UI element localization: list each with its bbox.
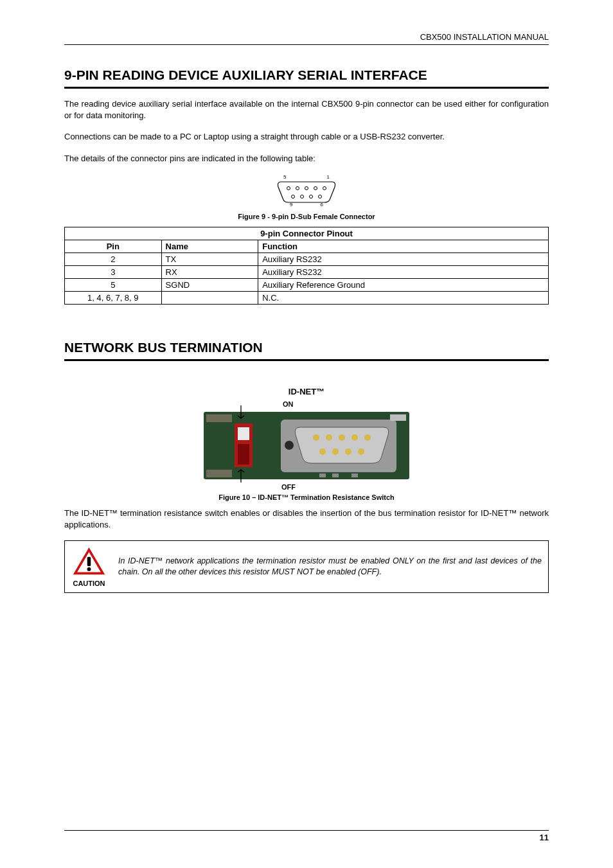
caution-text: In ID-NET™ network applications the term… (118, 556, 542, 578)
on-label: ON (283, 400, 294, 408)
svg-rect-26 (390, 414, 406, 421)
svg-point-8 (319, 195, 322, 199)
svg-point-4 (323, 187, 326, 190)
svg-point-17 (326, 434, 332, 441)
svg-point-18 (339, 434, 345, 441)
section-1-para-1: The reading device auxiliary serial inte… (64, 98, 549, 121)
section-1-title: 9-PIN READING DEVICE AUXILIARY SERIAL IN… (64, 67, 549, 89)
svg-rect-28 (332, 474, 339, 477)
table-row: 5 SGND Auxiliary Reference Ground (65, 279, 549, 292)
svg-point-22 (332, 448, 339, 455)
termination-switch-figure: ON (64, 400, 549, 490)
svg-point-2 (305, 187, 308, 190)
page-number: 11 (64, 830, 549, 842)
section-1-para-3: The details of the connector pins are in… (64, 153, 549, 164)
svg-point-31 (87, 567, 91, 571)
table-col-pin: Pin (65, 240, 162, 253)
dsub-connector-figure: 5 1 9 6 (64, 174, 549, 209)
table-col-name: Name (161, 240, 258, 253)
section-1-para-2: Connections can be made to a PC or Lapto… (64, 131, 549, 143)
svg-point-16 (313, 434, 319, 441)
svg-point-3 (314, 187, 317, 190)
off-label: OFF (281, 483, 296, 491)
svg-point-5 (292, 195, 295, 199)
svg-point-19 (351, 434, 358, 441)
svg-point-20 (364, 434, 371, 441)
table-title: 9-pin Connector Pinout (65, 227, 549, 240)
pcb-switch-icon (197, 400, 416, 487)
svg-point-21 (319, 448, 326, 455)
table-col-function: Function (258, 240, 549, 253)
svg-rect-10 (206, 414, 232, 422)
svg-rect-27 (319, 474, 326, 477)
svg-rect-14 (238, 444, 249, 465)
pin-label-1: 1 (327, 174, 330, 180)
caution-label: CAUTION (71, 580, 107, 587)
svg-rect-13 (238, 427, 249, 440)
table-row: 1, 4, 6, 7, 8, 9 N.C. (65, 292, 549, 305)
pin-label-9: 9 (290, 202, 292, 208)
document-header: CBX500 INSTALLATION MANUAL (64, 32, 549, 45)
pin-label-5: 5 (283, 174, 286, 180)
svg-rect-29 (351, 474, 358, 477)
svg-rect-11 (206, 470, 232, 477)
pin-label-6: 6 (321, 202, 323, 208)
svg-point-7 (310, 195, 313, 199)
svg-point-25 (285, 441, 294, 450)
section-2-title: NETWORK BUS TERMINATION (64, 340, 549, 361)
figure-9-caption: Figure 9 - 9-pin D-Sub Female Connector (64, 213, 549, 220)
table-row: 3 RX Auxiliary RS232 (65, 266, 549, 279)
svg-point-0 (287, 187, 290, 190)
figure-10-caption: Figure 10 – ID-NET™ Termination Resistan… (64, 493, 549, 501)
svg-point-24 (358, 448, 364, 455)
table-row: 2 TX Auxiliary RS232 (65, 253, 549, 266)
pinout-table: 9-pin Connector Pinout Pin Name Function… (64, 227, 549, 305)
section-2-para: The ID-NET™ termination resistance switc… (64, 508, 549, 530)
caution-box: CAUTION In ID-NET™ network applications … (64, 540, 549, 593)
caution-icon (71, 546, 107, 577)
svg-point-6 (301, 195, 304, 199)
svg-point-23 (345, 448, 351, 455)
idnet-subtitle: ID-NET™ (64, 387, 549, 396)
svg-rect-30 (87, 557, 91, 567)
svg-point-1 (296, 187, 299, 190)
